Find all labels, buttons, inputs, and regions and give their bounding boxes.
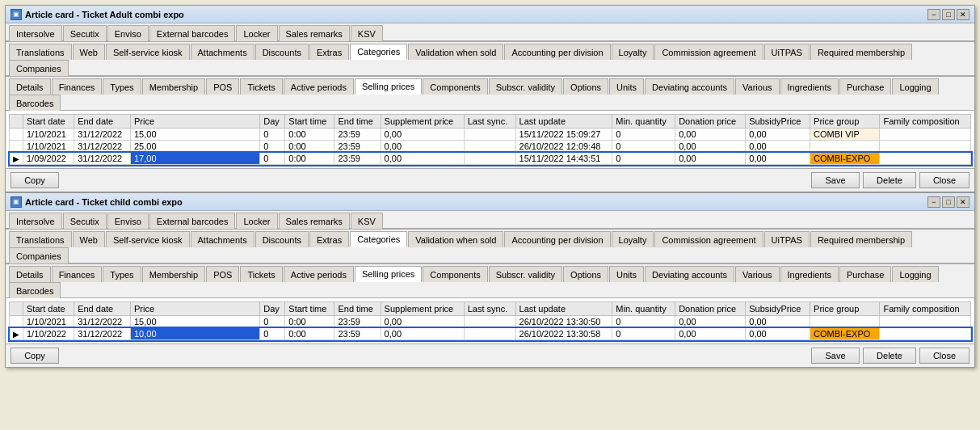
- tab-types[interactable]: Types: [103, 78, 141, 95]
- price-input[interactable]: [131, 153, 259, 164]
- tab-extras[interactable]: Extras: [309, 231, 349, 247]
- tab-types[interactable]: Types: [103, 266, 141, 282]
- tab-purchase[interactable]: Purchase: [839, 78, 891, 95]
- cell-subsidy-price[interactable]: 0,00: [746, 129, 810, 141]
- cell-price[interactable]: [130, 328, 259, 340]
- tab-uitpas[interactable]: UiTPAS: [764, 44, 810, 60]
- table-row[interactable]: ▶1/09/202231/12/202200:0023:590,0015/11/…: [10, 153, 971, 165]
- copy-button[interactable]: Copy: [11, 172, 59, 188]
- cell-price[interactable]: 15,00: [130, 129, 259, 141]
- cell-start-date[interactable]: 1/10/2021: [23, 316, 74, 328]
- tab-intersolve[interactable]: Intersolve: [9, 25, 62, 41]
- cell-family-composition[interactable]: [880, 141, 971, 153]
- cell-price-group[interactable]: [810, 141, 880, 153]
- close-button[interactable]: Close: [919, 172, 969, 188]
- tab-companies[interactable]: Companies: [9, 247, 69, 263]
- tab-ksv[interactable]: KSV: [351, 213, 383, 229]
- cell-price[interactable]: 15,00: [130, 316, 259, 328]
- maximize-button[interactable]: □: [942, 9, 955, 20]
- cell-donation-price[interactable]: 0,00: [675, 153, 746, 165]
- cell-supplement-price[interactable]: 0,00: [381, 153, 464, 165]
- tab-attachments[interactable]: Attachments: [191, 44, 254, 60]
- tab-web[interactable]: Web: [73, 44, 105, 60]
- save-button[interactable]: Save: [811, 348, 860, 364]
- tab-subscr-validity[interactable]: Subscr. validity: [489, 266, 562, 282]
- cell-subsidy-price[interactable]: 0,00: [746, 153, 810, 165]
- tab-units[interactable]: Units: [609, 266, 644, 282]
- tab-ingredients[interactable]: Ingredients: [780, 266, 839, 282]
- cell-last-update[interactable]: 26/10/2022 13:30:50: [515, 316, 612, 328]
- cell-family-composition[interactable]: [880, 129, 971, 141]
- tab-membership[interactable]: Membership: [142, 266, 206, 282]
- cell-price-group[interactable]: COMBI-EXPO: [810, 153, 880, 165]
- cell-supplement-price[interactable]: 0,00: [381, 141, 464, 153]
- cell-last-sync[interactable]: [464, 141, 515, 153]
- tab-selling-prices[interactable]: Selling prices: [355, 266, 422, 282]
- tab-active-periods[interactable]: Active periods: [284, 266, 354, 282]
- tab-discounts[interactable]: Discounts: [255, 44, 309, 60]
- tab-locker[interactable]: Locker: [236, 213, 277, 229]
- tab-sales-remarks[interactable]: Sales remarks: [279, 25, 350, 41]
- tab-various[interactable]: Various: [735, 78, 779, 95]
- save-button[interactable]: Save: [811, 172, 860, 188]
- cell-end-time[interactable]: 23:59: [334, 153, 381, 165]
- tab-active-periods[interactable]: Active periods: [284, 78, 354, 95]
- tab-subscr-validity[interactable]: Subscr. validity: [489, 78, 562, 95]
- cell-day[interactable]: 0: [260, 141, 285, 153]
- cell-start-date[interactable]: 1/09/2022: [23, 153, 74, 165]
- cell-start-time[interactable]: 0:00: [285, 328, 334, 340]
- cell-family-composition[interactable]: [880, 316, 971, 328]
- cell-donation-price[interactable]: 0,00: [675, 141, 746, 153]
- tab-loyalty[interactable]: Loyalty: [612, 231, 654, 247]
- tab-enviso[interactable]: Enviso: [107, 25, 149, 41]
- close-button[interactable]: Close: [919, 348, 969, 364]
- cell-end-date[interactable]: 31/12/2022: [74, 316, 131, 328]
- cell-end-time[interactable]: 23:59: [334, 316, 381, 328]
- tab-pos[interactable]: POS: [206, 266, 239, 282]
- cell-end-date[interactable]: 31/12/2022: [74, 153, 131, 165]
- tab-options[interactable]: Options: [563, 266, 608, 282]
- tab-self-service-kiosk[interactable]: Self-service kiosk: [106, 44, 190, 60]
- tab-pos[interactable]: POS: [206, 78, 239, 95]
- cell-start-time[interactable]: 0:00: [285, 141, 334, 153]
- cell-subsidy-price[interactable]: 0,00: [746, 141, 810, 153]
- cell-day[interactable]: 0: [260, 328, 285, 340]
- cell-donation-price[interactable]: 0,00: [675, 328, 746, 340]
- cell-min-quantity[interactable]: 0: [612, 129, 675, 141]
- tab-commission-agreement[interactable]: Commission agreement: [654, 231, 763, 247]
- minimize-button[interactable]: −: [927, 9, 940, 20]
- tab-options[interactable]: Options: [563, 78, 608, 95]
- tab-categories[interactable]: Categories: [350, 231, 407, 247]
- cell-start-time[interactable]: 0:00: [285, 129, 334, 141]
- cell-last-update[interactable]: 26/10/2022 13:30:58: [515, 328, 612, 340]
- cell-last-update[interactable]: 26/10/2022 12:09:48: [515, 141, 612, 153]
- tab-deviating-accounts[interactable]: Deviating accounts: [645, 266, 734, 282]
- tab-secutix[interactable]: Secutix: [63, 213, 107, 229]
- cell-end-time[interactable]: 23:59: [334, 141, 381, 153]
- cell-end-time[interactable]: 23:59: [334, 129, 381, 141]
- cell-price[interactable]: 25,00: [130, 141, 259, 153]
- tab-purchase[interactable]: Purchase: [839, 266, 891, 282]
- tab-ksv[interactable]: KSV: [351, 25, 383, 41]
- tab-locker[interactable]: Locker: [236, 25, 277, 41]
- cell-subsidy-price[interactable]: 0,00: [746, 316, 810, 328]
- price-input[interactable]: [131, 328, 259, 339]
- tab-sales-remarks[interactable]: Sales remarks: [279, 213, 350, 229]
- tab-translations[interactable]: Translations: [9, 231, 72, 247]
- tab-attachments[interactable]: Attachments: [191, 231, 254, 247]
- cell-end-date[interactable]: 31/12/2022: [74, 129, 131, 141]
- tab-intersolve[interactable]: Intersolve: [9, 213, 62, 229]
- tab-self-service-kiosk[interactable]: Self-service kiosk: [106, 231, 190, 247]
- tab-selling-prices[interactable]: Selling prices: [355, 78, 422, 95]
- tab-validation-when-sold[interactable]: Validation when sold: [408, 231, 503, 247]
- tab-required-membership[interactable]: Required membership: [810, 231, 912, 247]
- close-window-button[interactable]: ✕: [957, 196, 969, 208]
- cell-last-sync[interactable]: [464, 153, 515, 165]
- cell-end-date[interactable]: 31/12/2022: [74, 328, 131, 340]
- cell-last-sync[interactable]: [464, 316, 515, 328]
- table-row[interactable]: 1/10/202131/12/202215,0000:0023:590,0015…: [10, 129, 971, 141]
- tab-validation-when-sold[interactable]: Validation when sold: [408, 44, 503, 60]
- tab-components[interactable]: Components: [423, 78, 487, 95]
- tab-external-barcodes[interactable]: External barcodes: [149, 25, 236, 41]
- table-row[interactable]: 1/10/202131/12/202225,0000:0023:590,0026…: [10, 141, 971, 153]
